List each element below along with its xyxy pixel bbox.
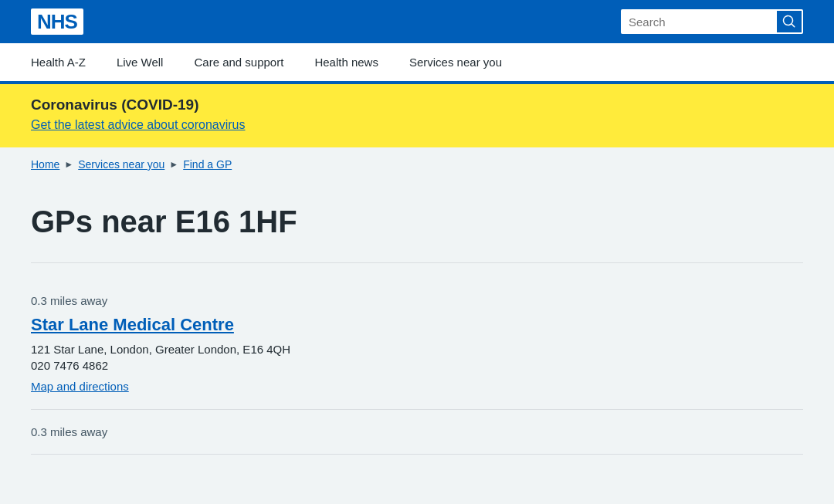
breadcrumb-services[interactable]: Services near you [78, 158, 164, 171]
nhs-logo: NHS [31, 8, 83, 35]
nav-item-services-near-you[interactable]: Services near you [394, 43, 517, 84]
result-card-1: 0.3 miles away Star Lane Medical Centre … [31, 279, 803, 410]
breadcrumb-sep-2: ► [169, 159, 178, 170]
result-2-distance: 0.3 miles away [31, 425, 803, 438]
result-1-name[interactable]: Star Lane Medical Centre [31, 315, 803, 335]
breadcrumb: Home ► Services near you ► Find a GP [0, 147, 834, 181]
result-1-distance: 0.3 miles away [31, 294, 803, 307]
covid-banner: Coronavirus (COVID-19) Get the latest ad… [0, 84, 834, 147]
nhs-logo-text: NHS [37, 10, 77, 33]
search-container [621, 9, 803, 34]
breadcrumb-current[interactable]: Find a GP [183, 158, 232, 171]
result-1-phone: 020 7476 4862 [31, 359, 803, 372]
result-card-2: 0.3 miles away [31, 410, 803, 455]
breadcrumb-home[interactable]: Home [31, 158, 59, 171]
search-button[interactable] [775, 9, 803, 34]
site-header: NHS [0, 0, 834, 43]
nav-item-live-well[interactable]: Live Well [101, 43, 179, 84]
page-title: GPs near E16 1HF [31, 205, 803, 239]
result-1-map-link[interactable]: Map and directions [31, 380, 129, 393]
main-content: GPs near E16 1HF 0.3 miles away Star Lan… [0, 181, 834, 485]
nav-inner: Health A-Z Live Well Care and support He… [0, 43, 834, 81]
search-icon [782, 15, 796, 29]
banner-title: Coronavirus (COVID-19) [31, 96, 803, 113]
nav-item-health-news[interactable]: Health news [299, 43, 394, 84]
section-divider [31, 262, 803, 263]
nav-item-health-az[interactable]: Health A-Z [15, 43, 101, 84]
result-1-address: 121 Star Lane, London, Greater London, E… [31, 343, 803, 356]
nhs-logo-box: NHS [31, 8, 83, 35]
search-input[interactable] [621, 9, 775, 34]
main-nav: Health A-Z Live Well Care and support He… [0, 43, 834, 84]
breadcrumb-sep-1: ► [64, 159, 73, 170]
nav-item-care-support[interactable]: Care and support [178, 43, 299, 84]
banner-link[interactable]: Get the latest advice about coronavirus [31, 118, 246, 131]
